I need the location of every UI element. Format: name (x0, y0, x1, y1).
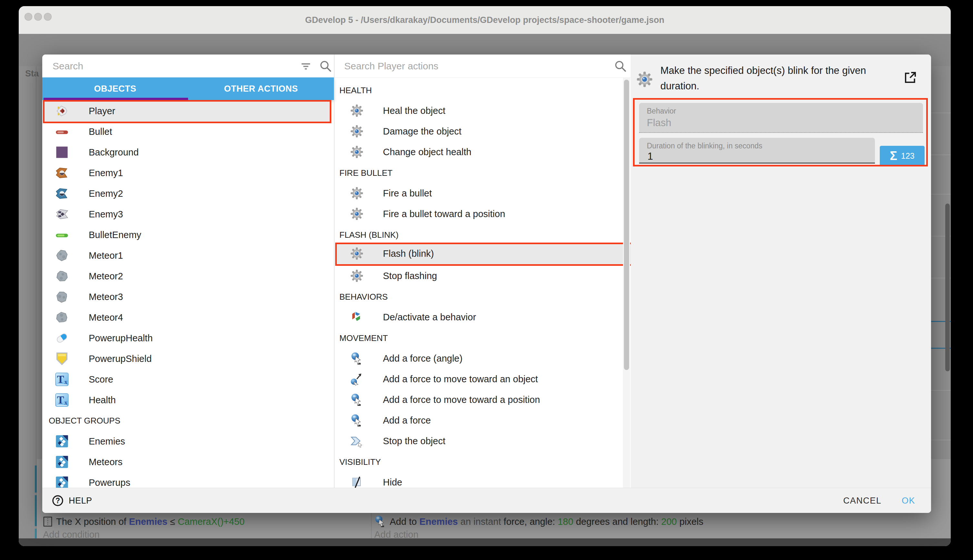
objects-tabs: OBJECTS OTHER ACTIONS (42, 77, 334, 100)
objects-search-input[interactable] (52, 58, 279, 74)
parameters-annotation (633, 98, 928, 167)
section-header: FLASH (BLINK) (339, 230, 399, 240)
object-row-meteor1[interactable]: Meteor1 (42, 245, 332, 266)
action-row-stop-object[interactable]: Stop the object (334, 431, 624, 451)
object-row-poweruphealth[interactable]: PowerupHealth (42, 328, 332, 348)
enemy3-ship-icon (55, 207, 69, 221)
help-icon (51, 494, 64, 507)
gdevelop-window: GDevelop 5 - /Users/dkarakay/Documents/G… (19, 6, 951, 546)
section-header: HEALTH (339, 85, 372, 95)
object-row-bullet[interactable]: Bullet (42, 121, 332, 142)
action-row-stop-flashing[interactable]: Stop flashing (334, 265, 624, 286)
force-toward-object-icon (350, 373, 363, 385)
ok-button[interactable]: OK (891, 488, 926, 513)
enemy2-ship-icon (55, 187, 69, 201)
meteor-icon (52, 287, 72, 307)
object-row-bulletenemy[interactable]: BulletEnemy (42, 225, 332, 245)
action-description: Make the specified object(s) blink for t… (660, 63, 886, 94)
gear-icon (350, 187, 363, 200)
action-row-fire-bullet-position[interactable]: Fire a bullet toward a position (334, 203, 624, 224)
object-row-health[interactable]: Health (42, 390, 332, 410)
section-header: VISIBILITY (339, 457, 381, 467)
actions-scrollbar[interactable] (624, 80, 629, 370)
search-icon[interactable] (613, 59, 628, 73)
object-row-background[interactable]: Background (42, 142, 332, 163)
objects-search-row (42, 55, 334, 78)
action-row-deactivate-behavior[interactable]: De/activate a behavior (334, 307, 624, 327)
force-icon (350, 393, 363, 406)
window-bottom-band (19, 538, 951, 546)
object-groups-header: OBJECT GROUPS (49, 416, 275, 426)
action-row-add-force[interactable]: Add a force (334, 410, 624, 431)
object-row-enemy1[interactable]: Enemy1 (42, 163, 332, 183)
player-bullet-icon (55, 129, 69, 135)
open-external-editor-icon[interactable] (903, 70, 918, 85)
text-object-icon (55, 393, 69, 407)
actions-search-input[interactable] (343, 58, 590, 74)
text-object-icon (55, 372, 69, 387)
screenshot-stage: GDevelop 5 - /Users/dkarakay/Documents/G… (0, 0, 973, 560)
player-ship-icon (55, 104, 69, 118)
object-row-meteor2[interactable]: Meteor2 (42, 266, 332, 287)
group-row-enemies[interactable]: Enemies (42, 431, 332, 452)
section-header: FIRE BULLET (339, 168, 393, 178)
object-groups-header-row: OBJECT GROUPS (42, 410, 332, 431)
object-row-meteor4[interactable]: Meteor4 (42, 307, 332, 328)
object-group-icon (55, 455, 69, 469)
force-icon (350, 414, 363, 427)
event-action-text: Add to Enemies an instant force, angle: … (390, 515, 703, 528)
cancel-button[interactable]: CANCEL (833, 488, 891, 513)
object-group-icon (55, 434, 69, 448)
event-condition-text: The X position of Enemies ≤ CameraX()+45… (56, 515, 245, 528)
health-pill-icon (55, 331, 69, 345)
meteor-icon (52, 307, 72, 327)
gear-icon (350, 145, 363, 158)
gear-icon (350, 207, 363, 220)
search-icon[interactable] (318, 59, 333, 73)
gear-icon (350, 104, 363, 117)
group-row-meteors[interactable]: Meteors (42, 452, 332, 472)
action-row-add-force-angle[interactable]: Add a force (angle) (334, 348, 624, 369)
macos-titlebar: GDevelop 5 - /Users/dkarakay/Documents/G… (19, 6, 951, 34)
meteor-icon (53, 267, 71, 285)
events-panel-label-fragment: Sta (25, 69, 39, 79)
object-row-enemy3[interactable]: Enemy3 (42, 204, 332, 225)
shield-icon (55, 352, 69, 366)
behavior-icon (350, 311, 363, 323)
gear-icon (350, 247, 363, 260)
gear-icon (350, 125, 363, 138)
dialog-footer: HELP CANCEL OK (42, 488, 931, 513)
filter-icon[interactable] (299, 59, 313, 73)
condition-checkbox-icon (43, 516, 53, 527)
object-row-meteor3[interactable]: Meteor3 (42, 287, 332, 307)
section-header: MOVEMENT (339, 333, 388, 343)
object-row-player[interactable]: Player (42, 101, 332, 121)
help-button[interactable]: HELP (51, 488, 92, 513)
stop-object-icon (350, 435, 363, 447)
action-row-force-toward-position[interactable]: Add a force to move toward a position (334, 389, 624, 410)
background-icon (55, 145, 69, 159)
object-row-powerupshield[interactable]: PowerupShield (42, 348, 332, 369)
actions-search-row (334, 55, 631, 78)
enemy1-ship-icon (55, 166, 69, 180)
action-row-damage[interactable]: Damage the object (334, 121, 624, 142)
enemy-bullet-icon (55, 233, 69, 238)
action-row-change-health[interactable]: Change object health (334, 142, 624, 162)
action-row-fire-bullet[interactable]: Fire a bullet (334, 183, 624, 203)
object-row-score[interactable]: Score (42, 369, 332, 390)
active-tab-indicator (43, 98, 188, 100)
gear-icon (350, 269, 363, 282)
hide-icon (350, 476, 363, 489)
action-row-force-toward-object[interactable]: Add a force to move toward an object (334, 369, 624, 389)
tab-other-actions[interactable]: OTHER ACTIONS (188, 77, 334, 100)
force-icon (350, 352, 363, 365)
gear-icon (636, 71, 653, 87)
force-action-icon (374, 515, 387, 527)
choose-action-dialog: OBJECTS OTHER ACTIONS Player Bullet Back… (42, 55, 931, 513)
events-scrollbar[interactable] (945, 203, 950, 371)
object-row-enemy2[interactable]: Enemy2 (42, 183, 332, 204)
action-row-flash-blink[interactable]: Flash (blink) (334, 243, 624, 264)
meteor-icon (55, 248, 69, 263)
tab-objects[interactable]: OBJECTS (42, 77, 188, 100)
action-row-heal[interactable]: Heal the object (334, 100, 624, 121)
